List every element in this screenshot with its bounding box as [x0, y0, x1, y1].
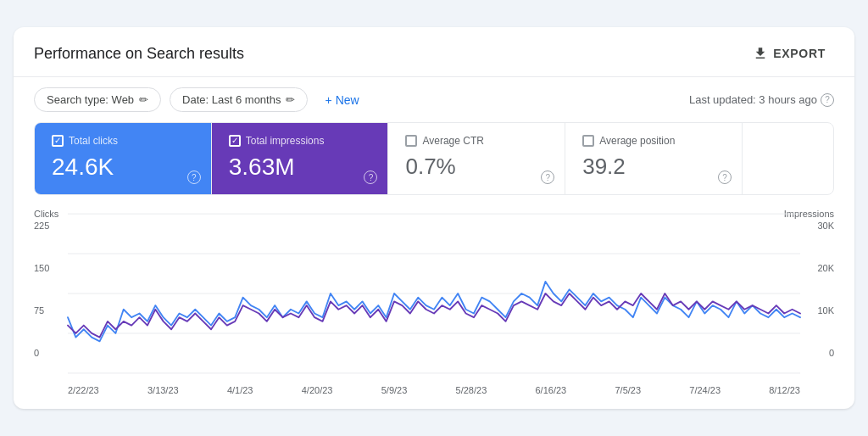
- ctr-label: Average CTR: [422, 135, 483, 147]
- position-help-icon[interactable]: ?: [718, 170, 732, 184]
- x-axis-labels: 2/22/23 3/13/23 4/1/23 4/20/23 5/9/23 5/…: [68, 385, 800, 395]
- clicks-line: [68, 282, 800, 341]
- right-y-axis: Impressions 30K 20K 10K 0: [800, 209, 834, 382]
- impressions-label: Total impressions: [246, 135, 325, 147]
- clicks-value: 24.6K: [52, 154, 194, 181]
- impressions-checkbox[interactable]: ✓: [229, 135, 241, 147]
- metric-total-clicks[interactable]: ✓ Total clicks 24.6K ?: [35, 123, 212, 194]
- last-updated-help-icon[interactable]: ?: [821, 93, 834, 107]
- clicks-checkbox[interactable]: ✓: [52, 135, 64, 147]
- impressions-value: 3.63M: [229, 154, 371, 181]
- left-axis-title: Clicks: [34, 209, 58, 219]
- left-y-axis: Clicks 225 150 75 0: [34, 209, 68, 382]
- ctr-help-icon[interactable]: ?: [541, 170, 554, 184]
- clicks-help-icon[interactable]: ?: [187, 170, 201, 184]
- export-icon: [753, 46, 768, 61]
- new-button[interactable]: + New: [316, 88, 367, 112]
- edit-icon: ✏: [139, 93, 148, 106]
- metric-empty: [743, 123, 833, 194]
- export-button[interactable]: EXPORT: [744, 41, 834, 66]
- clicks-label: Total clicks: [69, 135, 118, 147]
- ctr-checkbox[interactable]: [405, 135, 417, 147]
- ctr-value: 0.7%: [405, 154, 548, 180]
- date-filter[interactable]: Date: Last 6 months ✏: [170, 87, 308, 112]
- plus-icon: +: [325, 93, 331, 107]
- chart-svg-container: [68, 209, 800, 382]
- toolbar: Search type: Web ✏ Date: Last 6 months ✏…: [14, 77, 854, 122]
- performance-chart: [68, 209, 800, 378]
- search-type-filter[interactable]: Search type: Web ✏: [34, 87, 161, 112]
- metric-total-impressions[interactable]: ✓ Total impressions 3.63M ?: [212, 123, 389, 194]
- position-value: 39.2: [582, 154, 725, 180]
- last-updated-text: Last updated: 3 hours ago ?: [689, 93, 834, 107]
- check-icon-imp: ✓: [231, 137, 238, 145]
- position-label: Average position: [599, 135, 675, 147]
- page-title: Performance on Search results: [34, 45, 244, 63]
- position-checkbox[interactable]: [582, 135, 594, 147]
- card-header: Performance on Search results EXPORT: [14, 27, 854, 77]
- check-icon: ✓: [54, 137, 61, 145]
- impressions-help-icon[interactable]: ?: [364, 170, 377, 184]
- metrics-row: ✓ Total clicks 24.6K ? ✓ Total impressio…: [34, 122, 834, 195]
- metric-average-ctr[interactable]: Average CTR 0.7% ?: [388, 123, 565, 194]
- chart-area: Clicks 225 150 75 0: [14, 202, 854, 395]
- metric-average-position[interactable]: Average position 39.2 ?: [565, 123, 743, 194]
- main-card: Performance on Search results EXPORT Sea…: [14, 27, 854, 409]
- edit-icon-date: ✏: [286, 93, 295, 106]
